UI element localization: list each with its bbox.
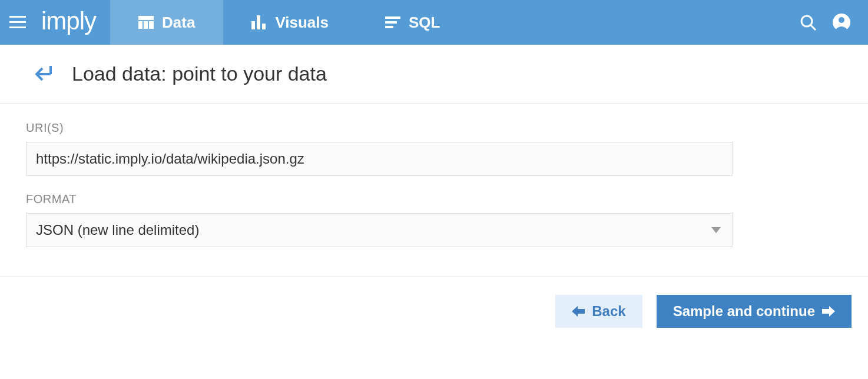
- arrow-right-icon: [822, 306, 835, 317]
- svg-rect-6: [149, 21, 154, 29]
- back-button[interactable]: Back: [555, 295, 642, 328]
- nav-tab-label: SQL: [409, 14, 440, 32]
- svg-rect-2: [9, 26, 26, 28]
- topbar: imply Data Visuals: [0, 0, 868, 45]
- page-title: Load data: point to your data: [72, 62, 327, 85]
- continue-button[interactable]: Sample and continue: [657, 295, 852, 328]
- svg-rect-3: [138, 16, 154, 20]
- nav-tab-data[interactable]: Data: [110, 0, 223, 45]
- menu-button[interactable]: [0, 0, 35, 45]
- form-area: URI(S) FORMAT JSON (new line delimited): [0, 104, 868, 277]
- format-label: FORMAT: [26, 192, 842, 206]
- footer: Back Sample and continue: [0, 277, 868, 328]
- svg-rect-4: [138, 21, 143, 29]
- svg-point-13: [801, 16, 812, 26]
- nav-tab-label: Data: [162, 14, 195, 32]
- hamburger-icon: [9, 16, 26, 29]
- svg-rect-0: [9, 16, 26, 18]
- svg-rect-1: [9, 21, 26, 23]
- sql-icon: [385, 16, 400, 28]
- nav-tabs: Data Visuals SQL: [110, 0, 468, 45]
- svg-marker-20: [572, 306, 585, 317]
- bar-chart-icon: [251, 15, 267, 29]
- search-icon: [800, 14, 816, 31]
- search-button[interactable]: [800, 14, 816, 31]
- svg-rect-5: [144, 21, 148, 29]
- nav-tab-visuals[interactable]: Visuals: [223, 0, 357, 45]
- back-arrow-icon: [35, 66, 54, 82]
- uris-label: URI(S): [26, 121, 842, 135]
- topbar-right: [800, 14, 868, 31]
- continue-button-label: Sample and continue: [673, 303, 815, 320]
- svg-line-14: [811, 25, 816, 30]
- svg-rect-10: [385, 16, 400, 19]
- nav-tab-sql[interactable]: SQL: [357, 0, 468, 45]
- svg-rect-8: [257, 15, 260, 29]
- svg-rect-9: [262, 24, 266, 29]
- svg-rect-7: [251, 21, 255, 29]
- svg-rect-12: [385, 26, 393, 28]
- svg-marker-21: [822, 306, 835, 317]
- back-arrow-button[interactable]: [35, 66, 54, 82]
- table-icon: [138, 16, 154, 29]
- nav-tab-label: Visuals: [275, 14, 329, 32]
- uris-input[interactable]: [26, 142, 733, 176]
- format-group: FORMAT JSON (new line delimited): [26, 192, 842, 247]
- account-button[interactable]: [833, 14, 850, 31]
- svg-rect-11: [385, 21, 397, 24]
- svg-point-16: [839, 17, 844, 23]
- account-icon: [833, 14, 850, 31]
- title-row: Load data: point to your data: [0, 45, 868, 104]
- back-button-label: Back: [592, 303, 625, 320]
- uris-group: URI(S): [26, 121, 842, 176]
- format-select-value: JSON (new line delimited): [26, 213, 733, 247]
- arrow-left-icon: [572, 306, 585, 317]
- format-select[interactable]: JSON (new line delimited): [26, 213, 733, 247]
- logo[interactable]: imply: [35, 7, 110, 38]
